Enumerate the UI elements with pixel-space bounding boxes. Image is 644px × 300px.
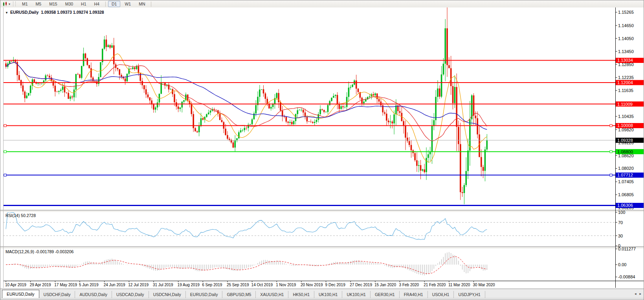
time-scale[interactable]: 10 Apr 201929 Apr 201917 May 20195 Jun 2… xyxy=(5,281,495,287)
hline-price-label-text: 1.06306 xyxy=(617,203,633,208)
date-tick-label: 30 Mar 2020 xyxy=(473,283,495,287)
timeframe-button-h1[interactable]: H1 xyxy=(77,1,90,7)
timeframe-button-h4[interactable]: H4 xyxy=(91,1,103,7)
timeframe-button-m5[interactable]: M5 xyxy=(32,1,45,7)
timeframe-button-w1[interactable]: W1 xyxy=(121,1,134,7)
date-tick-label: 15 Jan 2020 xyxy=(374,283,396,287)
date-tick-label: 21 Feb 2020 xyxy=(424,283,446,287)
line-handle-marker[interactable] xyxy=(610,151,612,153)
date-tick-label: 10 Apr 2019 xyxy=(5,283,26,287)
price-tick-label: 1.06805 xyxy=(618,192,634,197)
date-tick-label: 29 Apr 2019 xyxy=(30,283,51,287)
chart-title: ▼EURUSD,Daily 1.09358 1.09373 1.09274 1.… xyxy=(5,10,104,15)
toolbar-grip[interactable] xyxy=(13,2,16,6)
toolbar: ▾ M1M5M15M30H1H4D1W1MN xyxy=(0,0,644,8)
price-chart-canvas[interactable]: 1.152651.146501.140501.134501.128501.122… xyxy=(0,7,644,289)
chart-tab-hk50-h1[interactable]: HK50,H1 xyxy=(288,291,314,298)
price-tick-label: 1.08020 xyxy=(618,166,634,171)
rsi-indicator-label: RSI(14) 50.2728 xyxy=(6,213,36,218)
date-tick-label: 5 Jun 2019 xyxy=(79,283,99,287)
date-tick-label: 9 Dec 2019 xyxy=(325,283,346,287)
chart-tab-usoil-h1[interactable]: USOil,H1 xyxy=(428,291,454,298)
chart-tab-usdchf-daily[interactable]: USDCHF,Daily xyxy=(39,291,75,298)
chart-tab-usdcad-daily[interactable]: USDCAD,Daily xyxy=(112,291,149,298)
timeframe-button-mn[interactable]: MN xyxy=(135,1,149,7)
date-tick-label: 20 Nov 2019 xyxy=(301,283,323,287)
price-tick-label: 1.12235 xyxy=(618,75,634,80)
date-tick-label: 17 May 2019 xyxy=(54,283,77,287)
hline-price-label-text: 1.13034 xyxy=(617,58,633,63)
ma-fast-line xyxy=(6,54,487,162)
tab-scroll-right-icon[interactable]: ▸ xyxy=(639,292,641,296)
toolbar-separator xyxy=(151,2,151,7)
hline-price-label-text: 1.10008 xyxy=(617,123,633,128)
line-handle-marker[interactable] xyxy=(4,151,6,153)
price-tick-label: 1.10435 xyxy=(618,114,634,119)
line-handle-marker[interactable] xyxy=(4,124,6,127)
price-tick-label: 1.07405 xyxy=(618,179,634,184)
date-tick-label: 19 Aug 2019 xyxy=(178,283,200,287)
window-resize-strip xyxy=(0,298,644,300)
date-tick-label: 31 Jul 2019 xyxy=(153,283,173,287)
chart-tab-uk100-h1[interactable]: UK100,H1 xyxy=(342,291,370,298)
timeframe-buttons: M1M5M15M30H1H4D1W1MN xyxy=(18,1,149,7)
date-tick-label: 27 Dec 2019 xyxy=(350,283,372,287)
macd-scale-label: 0.011277 xyxy=(618,247,636,251)
chart-tab-usdjpy-h1[interactable]: USDJPY,H1 xyxy=(454,291,485,298)
date-tick-label: 3 Feb 2020 xyxy=(399,283,419,287)
chart-tab-uk100-h1[interactable]: UK100,H1 xyxy=(314,291,342,298)
chart-tab-eurusd-daily[interactable]: EURUSD,Daily xyxy=(186,291,223,298)
price-tick-label: 1.11635 xyxy=(618,88,633,93)
chart-tab-usdcnh-daily[interactable]: USDCNH,Daily xyxy=(149,291,186,298)
line-handle-marker[interactable] xyxy=(610,124,612,127)
price-tick-label: 1.14050 xyxy=(618,36,634,41)
chart-ohlc-quotes: 1.09358 1.09373 1.09274 1.09328 xyxy=(41,10,104,15)
toolbar-separator xyxy=(105,2,106,7)
chart-symbol-label: EURUSD,Daily xyxy=(10,10,39,15)
date-tick-label: 6 Sep 2019 xyxy=(202,283,222,287)
timeframe-button-m15[interactable]: M15 xyxy=(46,1,61,7)
hline-price-label-text: 1.12004 xyxy=(617,80,633,85)
macd-scale-label: -0.00884 xyxy=(618,274,635,279)
price-tick-label: 1.14650 xyxy=(618,23,634,28)
timeframe-button-m30[interactable]: M30 xyxy=(62,1,77,7)
macd-histogram xyxy=(6,252,487,275)
timeframe-button-m1[interactable]: M1 xyxy=(18,1,31,7)
line-handle-marker[interactable] xyxy=(4,174,6,176)
chart-menu-icon[interactable]: ▼ xyxy=(5,11,8,15)
hline-price-label-text: 1.11009 xyxy=(617,102,633,107)
date-tick-label: 12 Jul 2019 xyxy=(128,283,149,287)
timeframe-button-d1[interactable]: D1 xyxy=(108,1,120,7)
tab-scroll-controls: ◂ ▸ xyxy=(635,289,641,298)
candlestick-glyph xyxy=(2,2,8,7)
date-tick-label: 11 Mar 2020 xyxy=(448,283,470,287)
price-tick-label: 1.15265 xyxy=(618,10,634,15)
price-scale[interactable]: 1.152651.146501.140501.134501.128501.122… xyxy=(616,10,644,210)
chart-tab-audusd-daily[interactable]: AUDUSD,Daily xyxy=(75,291,112,298)
chart-tab-ger30-h1[interactable]: GER30,H1 xyxy=(371,291,400,298)
date-tick-label: 1 Nov 2019 xyxy=(276,283,296,287)
chevron-down-icon[interactable]: ▾ xyxy=(9,2,10,6)
chart-tab-xauusd-h1[interactable]: XAUUSD,H1 xyxy=(256,291,288,298)
line-handle-marker[interactable] xyxy=(610,174,612,176)
date-tick-label: 24 Jun 2019 xyxy=(104,283,125,287)
mt4-application-window: ▾ M1M5M15M30H1H4D1W1MN 1.152651.146501.1… xyxy=(0,0,644,300)
tabs-holder: EURUSD,DailyUSDCHF,DailyAUDUSD,DailyUSDC… xyxy=(0,289,485,298)
price-tick-label: 1.13450 xyxy=(618,49,634,54)
rsi-scale-label: 30 xyxy=(618,234,623,238)
macd-scale-label: 0.00 xyxy=(618,262,626,267)
hline-price-label-text: 1.07712 xyxy=(617,173,633,177)
chart-tab-gbpusd-m5[interactable]: GBPUSD,M5 xyxy=(222,291,256,298)
chart-tab-eurusd-daily[interactable]: EURUSD,Daily xyxy=(2,290,39,298)
date-tick-label: 14 Oct 2019 xyxy=(251,283,273,287)
date-tick-label: 25 Sep 2019 xyxy=(227,283,249,287)
rsi-scale-label: 70 xyxy=(618,220,623,225)
hline-price-label-text: 1.08800 xyxy=(617,149,633,154)
chart-tab-fra40-h1[interactable]: FRA40,H1 xyxy=(400,291,428,298)
chart-area: 1.152651.146501.140501.134501.128501.122… xyxy=(0,7,644,289)
chart-tab-bar: EURUSD,DailyUSDCHF,DailyAUDUSD,DailyUSDC… xyxy=(0,289,644,298)
chart-type-icon[interactable] xyxy=(2,1,9,7)
macd-indicator-label: MACD(12,26,9) -0.001789 -0.003206 xyxy=(6,249,73,254)
current-price-label-text: 1.09328 xyxy=(617,138,633,143)
tab-scroll-left-icon[interactable]: ◂ xyxy=(635,292,637,296)
